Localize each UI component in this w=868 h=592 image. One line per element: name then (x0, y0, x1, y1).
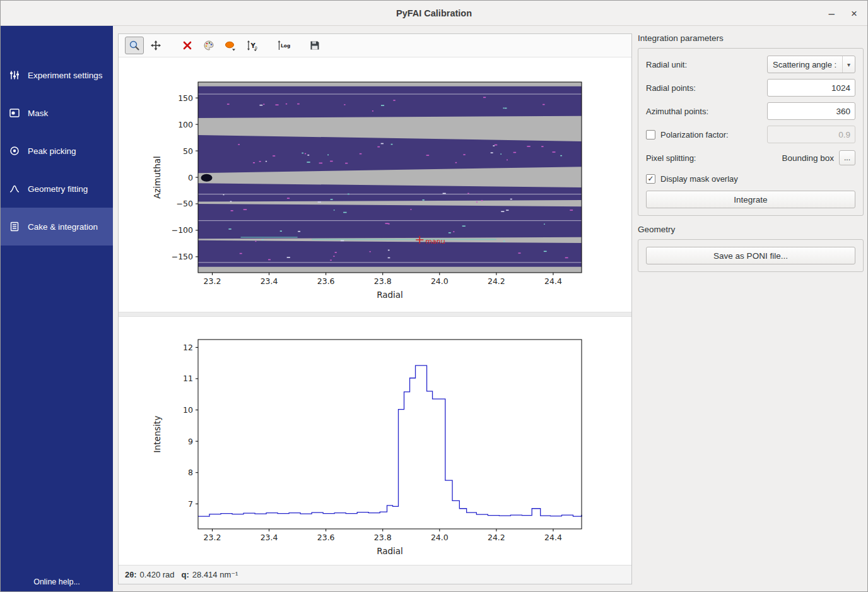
svg-text:11: 11 (183, 374, 193, 383)
mask-overlay-checkbox[interactable]: ✓ (646, 174, 655, 184)
svg-text:Radial: Radial (377, 290, 403, 300)
sliders-icon (9, 69, 20, 81)
pixel-splitting-more-button[interactable]: ... (839, 150, 855, 165)
svg-text:−50: −50 (177, 199, 193, 208)
radial-points-label: Radial points: (646, 83, 696, 93)
svg-text:0: 0 (255, 45, 257, 50)
svg-text:23.4: 23.4 (261, 276, 278, 286)
save-floppy-icon (308, 39, 321, 52)
cake-heatmap-plot[interactable]: manu23.223.423.623.824.024.224.4−150−100… (119, 57, 631, 310)
close-button[interactable]: × (851, 8, 857, 19)
plot-splitter[interactable] (119, 312, 631, 317)
svg-text:8: 8 (188, 468, 193, 477)
svg-text:12: 12 (183, 343, 193, 352)
peak-curve-icon (9, 183, 20, 194)
plot-panel: Y 0 Log manu23.223.423.623.824.024.224.4… (118, 33, 632, 584)
polarization-checkbox[interactable] (646, 130, 655, 139)
pixel-splitting-value: Bounding box (782, 153, 834, 163)
palette-icon (202, 39, 215, 52)
radial-points-row: Radial points: 1024 (646, 79, 855, 97)
svg-text:23.6: 23.6 (317, 276, 335, 286)
mask-roi-button[interactable] (221, 37, 240, 54)
azimuthal-points-label: Azimuthal points: (646, 107, 708, 116)
radial-points-input[interactable]: 1024 (767, 79, 855, 97)
integrate-row: Integrate (646, 191, 855, 208)
yaxis-direction-button[interactable]: Y 0 (242, 37, 261, 54)
minimize-button[interactable]: – (829, 8, 835, 19)
orange-ellipse-icon (224, 39, 237, 52)
svg-text:−150: −150 (172, 252, 193, 261)
svg-text:150: 150 (178, 93, 193, 103)
polarization-input: 0.9 (767, 126, 855, 143)
mask-overlay-row: ✓ Display mask overlay (646, 172, 855, 185)
crosshair-button[interactable] (178, 37, 197, 54)
colormap-button[interactable] (199, 37, 218, 54)
svg-text:23.4: 23.4 (261, 533, 278, 542)
integrate-button[interactable]: Integrate (646, 191, 855, 208)
pixel-splitting-label: Pixel splitting: (646, 153, 696, 163)
window-controls: – × (829, 1, 857, 26)
sidebar-nav: Experiment settings Mask Peak picking (1, 26, 113, 246)
red-cross-icon (181, 39, 194, 52)
polarization-label: Polarization factor: (660, 130, 729, 139)
window-title: PyFAI Calibration (396, 8, 472, 18)
polarization-row: Polarization factor: 0.9 (646, 126, 855, 143)
log-scale-button[interactable]: Log (274, 37, 293, 54)
svg-text:manu: manu (425, 237, 445, 246)
svg-text:9: 9 (188, 437, 193, 446)
svg-text:100: 100 (178, 120, 193, 129)
svg-text:24.0: 24.0 (431, 533, 449, 542)
svg-text:24.2: 24.2 (488, 276, 505, 286)
plot-statusbar: 2θ: 0.420 rad q: 28.414 nm⁻¹ (119, 565, 631, 584)
sidebar: Experiment settings Mask Peak picking (1, 26, 113, 591)
target-icon (9, 145, 20, 157)
zoom-icon (128, 39, 141, 52)
sidebar-item-label: Cake & integration (28, 222, 98, 232)
online-help-link[interactable]: Online help... (1, 577, 113, 586)
q-value: 28.414 nm⁻¹ (192, 570, 238, 579)
mask-image-icon (9, 107, 20, 119)
sidebar-item-label: Experiment settings (28, 71, 103, 80)
save-poni-button[interactable]: Save as PONI file... (646, 247, 855, 264)
document-lines-icon (9, 221, 20, 232)
save-button[interactable] (305, 37, 324, 54)
intensity-line-plot[interactable]: 23.223.423.623.824.024.224.4789101112Rad… (119, 317, 631, 568)
svg-text:10: 10 (183, 405, 193, 415)
radial-unit-label: Radial unit: (646, 60, 687, 69)
integration-panel: Integration parameters Radial unit: Scat… (638, 33, 864, 591)
geometry-title: Geometry (638, 225, 864, 234)
radial-unit-row: Radial unit: Scattering angle : ▾ (646, 56, 855, 73)
sidebar-item-cake-integration[interactable]: Cake & integration (1, 208, 113, 246)
radial-unit-select[interactable]: Scattering angle : ▾ (767, 56, 855, 73)
svg-text:23.2: 23.2 (204, 276, 221, 286)
chevron-down-icon: ▾ (842, 56, 855, 73)
sidebar-item-experiment-settings[interactable]: Experiment settings (1, 56, 113, 94)
svg-text:23.8: 23.8 (374, 533, 392, 542)
svg-text:23.8: 23.8 (374, 276, 392, 286)
log-scale-icon: Log (276, 39, 290, 52)
two-theta-value: 0.420 rad (140, 570, 175, 579)
pixel-splitting-row: Pixel splitting: Bounding box ... (646, 149, 855, 167)
plot-toolbar: Y 0 Log (119, 34, 631, 57)
checkmark-icon: ✓ (647, 175, 654, 182)
zoom-button[interactable] (125, 37, 144, 54)
pan-icon (150, 39, 162, 52)
svg-text:0: 0 (188, 173, 193, 182)
sidebar-item-geometry-fitting[interactable]: Geometry fitting (1, 170, 113, 208)
cake-plot-area: manu23.223.423.623.824.024.224.4−150−100… (119, 57, 631, 312)
svg-text:Radial: Radial (377, 546, 403, 556)
mask-overlay-label: Display mask overlay (660, 174, 738, 184)
sidebar-item-label: Geometry fitting (28, 184, 88, 194)
sidebar-item-mask[interactable]: Mask (1, 94, 113, 132)
integration-parameters-title: Integration parameters (638, 33, 864, 43)
two-theta-label: 2θ: (125, 570, 137, 579)
titlebar: PyFAI Calibration – × (1, 1, 867, 26)
azimuthal-points-row: Azimuthal points: 360 (646, 102, 855, 120)
pan-button[interactable] (146, 37, 165, 54)
azimuthal-points-input[interactable]: 360 (767, 102, 855, 120)
radial-unit-value: Scattering angle : (768, 60, 842, 69)
svg-text:Intensity: Intensity (152, 416, 162, 453)
integration-plot-area: 23.223.423.623.824.024.224.4789101112Rad… (119, 317, 631, 565)
svg-text:−100: −100 (172, 225, 193, 235)
sidebar-item-peak-picking[interactable]: Peak picking (1, 132, 113, 170)
